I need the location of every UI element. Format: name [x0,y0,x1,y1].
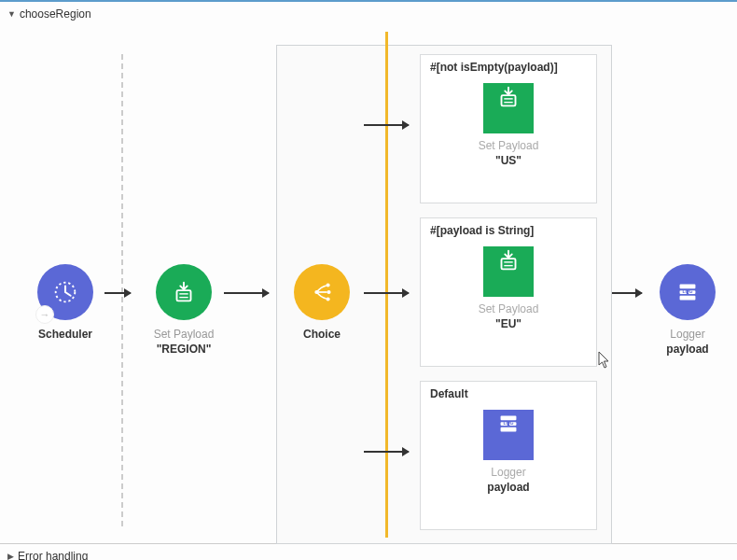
branch-1-label2: "US" [421,154,596,167]
flow-canvas[interactable]: → Scheduler Set Payload "REGION" [0,26,737,544]
svg-text:LOG: LOG [682,288,692,294]
logger-icon: LOG [660,264,716,320]
mouse-cursor-icon [597,351,612,370]
choice-route-bar [385,32,388,538]
logger-label1: Logger [646,328,730,341]
arrow-2 [224,292,269,294]
branch-2-label2: "EU" [421,317,596,330]
branch-3-label2: payload [421,481,596,494]
flow-title: chooseRegion [20,7,91,21]
arrow-branch-2 [364,292,409,294]
scheduler-label: Scheduler [23,328,107,341]
branch-2-condition: #[payload is String] [421,218,596,243]
arrow-branch-3 [364,451,409,453]
scheduler-badge-icon: → [35,305,54,324]
svg-point-7 [327,297,330,301]
flow-header[interactable]: ▼ chooseRegion [0,2,737,26]
set-payload-icon [483,83,534,133]
svg-rect-8 [502,95,516,105]
scheduler-icon: → [37,264,93,320]
svg-text:LOG: LOG [503,420,513,426]
error-handling-header[interactable]: ▶ Error handling [0,544,737,560]
logger-label2: payload [646,343,730,356]
collapse-icon: ▼ [7,9,16,19]
branch-2-label1: Set Payload [421,302,596,315]
set-payload-icon [483,246,534,297]
branch-1-label1: Set Payload [421,139,596,152]
expand-icon: ▶ [7,552,14,560]
svg-rect-1 [177,290,191,301]
set-payload-region-node[interactable]: Set Payload "REGION" [142,264,226,356]
branch-not-empty[interactable]: #[not isEmpty(payload)] Set Payload "US" [420,54,597,203]
choice-label: Choice [280,328,364,341]
branch-1-condition: #[not isEmpty(payload)] [421,55,596,79]
logger-icon: LOG [483,410,534,460]
svg-rect-11 [502,259,516,269]
choice-node[interactable]: Choice [280,264,364,341]
scheduler-node[interactable]: → Scheduler [23,264,107,341]
choice-icon [294,264,350,320]
arrow-branch-1 [364,124,409,126]
branch-is-string[interactable]: #[payload is String] Set Payload "EU" [420,217,597,367]
svg-rect-17 [501,427,517,432]
source-divider [121,54,123,526]
set-payload-region-label1: Set Payload [142,328,226,341]
branch-3-condition: Default [421,382,596,406]
branch-3-label1: Logger [421,466,596,479]
svg-point-6 [327,290,330,294]
arrow-1 [104,292,131,294]
branch-default[interactable]: Default LOG Logger payload [420,381,597,530]
arrow-to-logger [612,292,642,294]
error-handling-title: Error handling [18,550,88,560]
set-payload-icon [156,264,212,320]
svg-rect-22 [680,296,696,301]
svg-point-5 [327,283,330,287]
logger-node[interactable]: LOG Logger payload [646,264,730,356]
set-payload-region-label2: "REGION" [142,343,226,356]
